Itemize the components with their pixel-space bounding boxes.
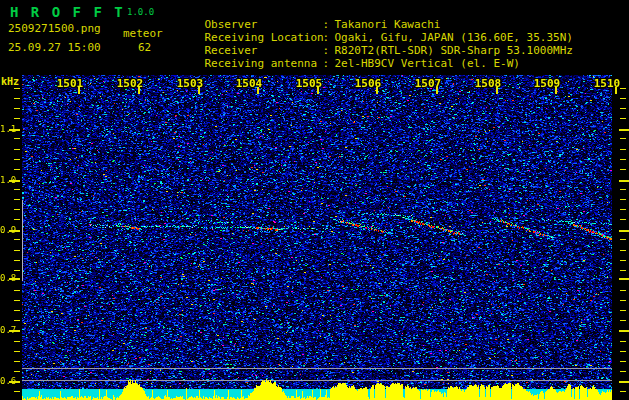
freq-minor-tick-right (620, 320, 626, 321)
freq-minor-tick (14, 189, 20, 190)
freq-minor-tick-right (620, 361, 626, 362)
freq-axis-label: 0.6 (0, 376, 15, 386)
freq-minor-tick-right (620, 98, 626, 99)
spectrogram-canvas (22, 75, 612, 400)
freq-minor-tick-right (620, 351, 626, 352)
freq-minor-tick-right (620, 199, 626, 200)
freq-minor-tick-right (620, 169, 626, 170)
time-tick (555, 87, 557, 94)
freq-minor-tick-right (620, 310, 626, 311)
freq-axis-unit: kHz (1, 76, 19, 87)
freq-minor-tick-right (620, 219, 626, 220)
freq-minor-tick (14, 361, 20, 362)
info-row-location: Receiving Location:Ogaki, Gifu, JAPAN (1… (178, 18, 573, 31)
freq-minor-tick (14, 98, 20, 99)
time-tick (496, 87, 498, 94)
freq-minor-tick-right (620, 250, 626, 251)
info-row-antenna: Receiving antenna:2el-HB9CV Vertical (el… (178, 44, 520, 57)
freq-minor-tick-right (620, 149, 626, 150)
freq-minor-tick (14, 260, 20, 261)
freq-minor-tick-right (620, 270, 626, 271)
freq-minor-tick (14, 239, 20, 240)
freq-minor-tick-right (620, 209, 626, 210)
time-tick (198, 87, 200, 94)
freq-minor-tick-right (620, 159, 626, 160)
freq-minor-tick-right (620, 391, 626, 392)
freq-minor-tick (14, 351, 20, 352)
freq-minor-tick-right (620, 341, 626, 342)
freq-minor-tick (14, 88, 20, 89)
freq-axis-label: 1.1 (0, 124, 15, 134)
freq-major-tick-right (619, 180, 629, 182)
time-tick (78, 87, 80, 94)
freq-minor-tick (14, 118, 20, 119)
freq-minor-tick (14, 149, 20, 150)
echo-count: 62 (138, 41, 151, 54)
time-tick (257, 87, 259, 94)
freq-minor-tick-right (620, 118, 626, 119)
freq-minor-tick (14, 270, 20, 271)
freq-minor-tick (14, 290, 20, 291)
time-tick (317, 87, 319, 94)
freq-axis-label: 0.8 (0, 273, 15, 283)
freq-axis-label: 0.7 (0, 325, 15, 335)
info-value: 2el-HB9CV Vertical (el. E-W) (335, 57, 520, 70)
freq-axis-label: 0.9 (0, 225, 15, 235)
freq-minor-tick (14, 219, 20, 220)
freq-minor-tick (14, 310, 20, 311)
freq-minor-tick (14, 371, 20, 372)
freq-major-tick-right (619, 129, 629, 131)
freq-minor-tick-right (620, 290, 626, 291)
app-version: 1.0.0 (127, 7, 154, 17)
freq-minor-tick-right (620, 189, 626, 190)
freq-minor-tick-right (620, 371, 626, 372)
freq-minor-tick (14, 138, 20, 139)
time-tick (138, 87, 140, 94)
freq-major-tick-right (619, 330, 629, 332)
freq-minor-tick (14, 108, 20, 109)
freq-major-tick-right (619, 381, 629, 383)
freq-minor-tick (14, 159, 20, 160)
freq-minor-tick-right (620, 300, 626, 301)
time-tick (436, 87, 438, 94)
freq-minor-tick (14, 341, 20, 342)
time-tick (376, 87, 378, 94)
freq-minor-tick (14, 169, 20, 170)
freq-minor-tick (14, 209, 20, 210)
mode-label: meteor (123, 27, 163, 40)
info-row-observer: Observer:Takanori Kawachi (178, 5, 440, 18)
freq-major-tick-right (619, 278, 629, 280)
freq-minor-tick-right (620, 239, 626, 240)
info-label: Receiving antenna (205, 57, 323, 70)
freq-minor-tick (14, 300, 20, 301)
freq-minor-tick-right (620, 138, 626, 139)
freq-minor-tick (14, 250, 20, 251)
freq-minor-tick (14, 320, 20, 321)
app-title: H R O F F T (10, 4, 125, 20)
info-row-receiver: Receiver:R820T2(RTL-SDR) SDR-Sharp 53.10… (178, 31, 573, 44)
freq-minor-tick-right (620, 260, 626, 261)
freq-minor-tick (14, 199, 20, 200)
info-separator: : (323, 57, 335, 70)
timestamp-label: 25.09.27 15:00 (8, 41, 101, 54)
time-tick (615, 87, 617, 94)
freq-minor-tick-right (620, 108, 626, 109)
freq-minor-tick (14, 391, 20, 392)
freq-axis-label: 1.0 (0, 175, 15, 185)
freq-major-tick-right (619, 230, 629, 232)
hrofft-window: H R O F F T 1.0.0 2509271500.png meteor … (0, 0, 629, 400)
output-filename: 2509271500.png (8, 22, 101, 35)
